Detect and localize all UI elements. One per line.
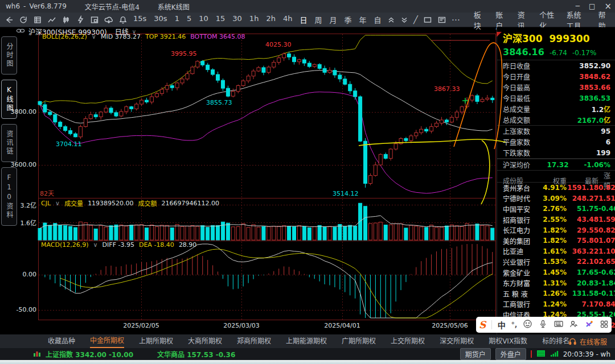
constituents-list: 贵州茅台4.91%1591.180.82%宁德时代3.09%248.271.51… <box>497 183 615 330</box>
period-button-日[interactable]: 日 <box>299 14 308 25</box>
constituent-row[interactable]: 美的集团1.82%75.801.07% <box>497 235 615 246</box>
stock-name: 工商银行 <box>503 299 539 309</box>
chevron-down-icon[interactable]: ∨ <box>55 200 60 207</box>
report-table-icon[interactable] <box>33 15 42 24</box>
chevron-double-up-icon[interactable] <box>387 15 395 24</box>
symbol-name[interactable]: 沪深300(SHSE 999300) <box>28 27 107 36</box>
tab-期权VIX指数[interactable]: 期权VIX指数 <box>489 335 527 348</box>
price-change: -6.74 <box>550 49 567 57</box>
chevron-down-icon[interactable]: ∨ <box>93 241 98 249</box>
volume-indicator-header[interactable]: CJL ∨ 成交量119389520.00 成交额216697946112.00 <box>41 198 219 208</box>
user-settings-icon[interactable] <box>569 320 579 330</box>
apps-grid-icon[interactable] <box>600 320 609 330</box>
server-status-icon[interactable] <box>536 350 546 359</box>
line-chart-icon[interactable] <box>47 15 56 24</box>
period-button-1h[interactable]: 1h <box>249 14 260 25</box>
constituent-row[interactable]: 长江电力1.82%29.550.82% <box>497 225 615 235</box>
menu-板块[interactable]: 板块 <box>474 9 484 31</box>
sidebar-item-资讯链[interactable]: 资讯链 <box>1 124 17 162</box>
constituent-row[interactable]: 中国平安2.76%51.75-0.40% <box>497 204 615 214</box>
macd-label[interactable]: MACD(12,26,9) <box>41 241 89 249</box>
cjl-label[interactable]: CJL <box>41 200 51 207</box>
period-button-15s[interactable]: 15s <box>133 14 147 25</box>
period-button-年[interactable]: 年 <box>358 14 367 25</box>
constituent-row[interactable]: 兴业银行1.53%22.102.65% <box>497 257 615 267</box>
constituent-row[interactable]: 招商银行2.55%43.481.59% <box>497 214 615 225</box>
period-button-30[interactable]: 30 <box>232 14 243 25</box>
constituent-row[interactable]: 五 粮 液1.26%131.58-0.17% <box>497 288 615 299</box>
multi-chart-icon[interactable] <box>90 15 99 24</box>
indicator-flash-icon[interactable] <box>76 15 85 24</box>
macd-axis-tick: -50.00 <box>10 306 36 313</box>
cloud-download-icon[interactable] <box>104 15 113 24</box>
last-price: 3846.16 <box>503 47 544 57</box>
period-button-5[interactable]: 5 <box>186 14 192 25</box>
chinese-mode-icon[interactable]: 中 <box>498 319 506 330</box>
foreign-account-button[interactable]: 外盘户 <box>495 348 526 360</box>
note-tool-icon[interactable] <box>437 15 446 24</box>
tab-郑商所期权[interactable]: 郑商所期权 <box>237 335 271 348</box>
period-button-30s[interactable]: 30s <box>153 14 167 25</box>
chevron-down-icon[interactable]: ∨ <box>132 28 136 35</box>
commodity-ticker[interactable]: 文华商品 157.53 -0.36 <box>157 349 235 359</box>
rectangle-tool-icon[interactable] <box>423 15 432 24</box>
chevron-double-down-icon[interactable] <box>400 15 408 24</box>
stock-last: 248.27 <box>567 195 598 202</box>
microphone-icon[interactable] <box>538 319 548 330</box>
emoji-icon[interactable] <box>523 319 532 330</box>
constituent-row[interactable]: 工商银行1.24%7.170.84% <box>497 299 615 310</box>
constituent-row[interactable]: 东方财富1.31%20.83-1.84% <box>497 278 615 288</box>
more-tools-icon[interactable]: ⋯ <box>452 15 460 25</box>
keyboard-icon[interactable] <box>554 320 564 330</box>
skin-logo-icon[interactable] <box>584 320 594 330</box>
tab-深交所期权[interactable]: 深交所期权 <box>440 335 474 348</box>
index-ticker[interactable]: 上证指数 3342.00 -10.00 <box>46 349 133 359</box>
constituent-row[interactable]: 宁德时代3.09%248.271.51% <box>497 193 615 204</box>
bars-count-label: 82天 <box>40 188 54 197</box>
tab-收藏品种[interactable]: 收藏品种 <box>48 335 75 348</box>
sidebar-item-F10资料[interactable]: F10资料 <box>1 167 17 226</box>
period-buttons: 15s30s151015301h2h4h日周月季年自 <box>133 14 382 25</box>
period-button-周[interactable]: 周 <box>314 14 322 25</box>
x-axis-date: 2025/04/01 <box>317 322 368 329</box>
quote-title[interactable]: 沪深300 999300 <box>497 27 615 45</box>
online-service-link[interactable]: 在线客服 <box>568 334 607 348</box>
tab-标的排名[interactable]: 标的排名 <box>542 335 569 348</box>
macd-indicator-header[interactable]: MACD(12,26,9) ∨ DIFF -3.95 DEA -18.40 28… <box>41 241 196 249</box>
alert-bell-icon[interactable] <box>118 15 128 24</box>
period-button-月[interactable]: 月 <box>329 14 337 25</box>
sidebar-item-分时图[interactable]: 分时图 <box>1 36 17 75</box>
sogou-logo-icon[interactable]: S <box>479 319 486 330</box>
refresh-icon[interactable] <box>19 15 28 24</box>
tab-上期所期权[interactable]: 上期所期权 <box>139 335 173 348</box>
tab-大商所期权[interactable]: 大商所期权 <box>188 335 222 348</box>
futures-account-button[interactable]: 期货户 <box>460 348 491 360</box>
period-button-2h[interactable]: 2h <box>265 14 276 25</box>
constituent-row[interactable]: 比亚迪1.61%363.221.10% <box>497 246 615 257</box>
back-icon[interactable] <box>5 15 14 24</box>
kline-chart-icon[interactable] <box>62 15 71 24</box>
stock-name: 东方财富 <box>503 278 539 288</box>
constituent-row[interactable]: 贵州茅台4.91%1591.180.82% <box>497 183 615 193</box>
period-button-15[interactable]: 15 <box>215 14 226 25</box>
macd-axis-tick: 0.00 <box>10 271 36 278</box>
punctuation-icon[interactable]: °, <box>511 321 518 329</box>
tab-上期能源期权[interactable]: 上期能源期权 <box>286 335 327 348</box>
tab-上交所期权[interactable]: 上交所期权 <box>391 335 425 348</box>
price-annotation-low: 3855.73 <box>206 99 232 106</box>
trendline-tool-icon[interactable]: ╱ <box>413 15 418 24</box>
constituent-row[interactable]: 紫金矿业1.45%17.65-0.62% <box>497 267 615 278</box>
ime-toolbar[interactable]: S 中 °, <box>476 317 612 333</box>
period-button-季[interactable]: 季 <box>343 14 352 25</box>
stock-weight: 1.82% <box>539 237 567 245</box>
period-button-4h[interactable]: 4h <box>282 14 293 25</box>
link-icon[interactable] <box>16 27 25 35</box>
sidebar-item-K线图[interactable]: K线图 <box>1 80 17 119</box>
tab-广期所期权[interactable]: 广期所期权 <box>342 335 376 348</box>
period-button-1[interactable]: 1 <box>174 14 180 25</box>
period-button-自[interactable]: 自 <box>373 14 382 25</box>
period-selector[interactable]: 日线 <box>115 27 129 36</box>
signal-strength-icon[interactable] <box>550 350 559 359</box>
tab-中金所期权[interactable]: 中金所期权 <box>90 334 124 348</box>
period-button-10[interactable]: 10 <box>198 14 209 25</box>
